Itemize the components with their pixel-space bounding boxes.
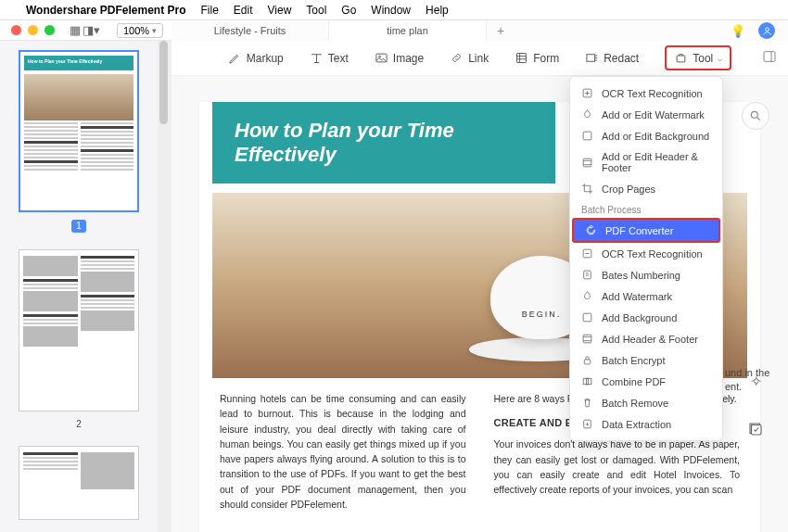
dd-add-edit-watermark[interactable]: Add or Edit Watermark: [570, 104, 722, 125]
markup-label: Markup: [247, 52, 284, 65]
thumb-banner: How to Plan your Time Effectively: [24, 56, 133, 70]
form-tool[interactable]: Form: [515, 51, 559, 65]
redact-label: Redact: [604, 52, 639, 65]
dd-add-edit-background[interactable]: Add or Edit Background: [570, 125, 722, 146]
tool-label: Tool: [693, 52, 713, 65]
markup-tool[interactable]: Markup: [228, 51, 284, 65]
thumb-hero-image: [24, 74, 133, 120]
chevron-down-icon: ▾: [152, 26, 157, 35]
svg-rect-13: [584, 271, 591, 279]
dd-add-watermark[interactable]: Add Watermark: [570, 285, 722, 307]
svg-rect-5: [677, 56, 685, 62]
page-number-2: 2: [11, 419, 146, 429]
sidebar-toggle-icon[interactable]: ◨▾: [83, 23, 100, 37]
menu-window[interactable]: Window: [371, 4, 411, 17]
user-avatar[interactable]: [758, 22, 775, 39]
svg-rect-11: [583, 158, 591, 167]
dd-ocr-text-recognition[interactable]: OCR Text Recognition: [570, 82, 722, 104]
link-label: Link: [468, 52, 489, 65]
link-tool[interactable]: Link: [450, 51, 489, 65]
fullscreen-window-button[interactable]: [44, 25, 55, 35]
menu-file[interactable]: File: [201, 4, 219, 17]
checkbox-stack-icon[interactable]: [745, 419, 766, 439]
lightbulb-icon[interactable]: 💡: [731, 24, 745, 38]
document-tabbar: Lifestyle - Fruits time plan + 💡: [172, 20, 788, 41]
main-toolbar: Markup Text Image Link Form Redact Tool …: [172, 41, 788, 76]
svg-rect-15: [583, 335, 591, 343]
dd-combine-pdf[interactable]: Combine PDF: [570, 371, 722, 392]
tab-lifestyle-fruits[interactable]: Lifestyle - Fruits: [172, 20, 329, 41]
form-label: Form: [533, 52, 559, 65]
tool-dropdown-button[interactable]: Tool ⌵: [665, 45, 731, 70]
redact-tool[interactable]: Redact: [585, 51, 639, 65]
svg-point-7: [751, 111, 757, 118]
dd-bates-numbering[interactable]: Bates Numbering: [570, 264, 722, 285]
menu-view[interactable]: View: [268, 4, 292, 17]
scrollbar-thumb[interactable]: [159, 41, 168, 124]
chevron-down-icon: ⌵: [718, 54, 722, 63]
page-number-1: 1: [71, 220, 86, 233]
dd-add-header-footer[interactable]: Add Header & Footer: [570, 328, 722, 349]
macos-menubar: Wondershare PDFelement Pro File Edit Vie…: [0, 0, 788, 20]
view-mode-toggle[interactable]: ▦ ◨▾: [70, 23, 100, 37]
svg-rect-14: [583, 313, 591, 322]
svg-rect-18: [586, 378, 591, 385]
dd-batch-encrypt[interactable]: Batch Encrypt: [570, 349, 722, 371]
sidebar-scrollbar[interactable]: [158, 41, 171, 532]
dd-crop-pages[interactable]: Crop Pages: [570, 178, 722, 199]
dd-batch-ocr[interactable]: OCR Text Recognition: [570, 243, 722, 264]
svg-rect-3: [517, 54, 527, 63]
svg-rect-16: [584, 360, 591, 364]
menu-help[interactable]: Help: [426, 4, 449, 17]
col2-body: Your invoices don't always have to be in…: [494, 437, 741, 497]
menu-edit[interactable]: Edit: [234, 4, 253, 17]
page-thumbnail-1[interactable]: How to Plan your Time Effectively: [19, 50, 139, 212]
text-label: Text: [328, 52, 349, 65]
svg-rect-17: [583, 378, 588, 385]
svg-point-0: [765, 27, 769, 31]
image-tool[interactable]: Image: [375, 51, 424, 65]
svg-rect-10: [583, 132, 591, 140]
right-text-fragment: und in the ent.: [725, 366, 781, 395]
svg-rect-4: [587, 55, 595, 62]
panel-toggle-icon[interactable]: [762, 49, 777, 68]
close-window-button[interactable]: [11, 25, 21, 35]
search-button[interactable]: [742, 102, 769, 130]
thumbnail-sidebar: How to Plan your Time Effectively 1 2: [0, 41, 158, 532]
dd-data-extraction[interactable]: Data Extraction: [570, 413, 722, 435]
text-tool[interactable]: Text: [310, 51, 349, 65]
dd-add-edit-header-footer[interactable]: Add or Edit Header & Footer: [570, 146, 722, 178]
image-label: Image: [393, 52, 424, 65]
grid-view-icon[interactable]: ▦: [70, 23, 81, 37]
tab-time-plan[interactable]: time plan: [329, 20, 487, 41]
dd-section-label: Batch Process: [570, 199, 722, 218]
menu-tool[interactable]: Tool: [306, 4, 326, 17]
document-title-banner: How to Plan your Time Effectively: [212, 102, 555, 184]
menu-go[interactable]: Go: [341, 4, 356, 17]
page-thumbnail-3[interactable]: [19, 446, 139, 520]
add-tab-button[interactable]: +: [487, 23, 515, 38]
app-name[interactable]: Wondershare PDFelement Pro: [26, 4, 186, 17]
svg-rect-6: [764, 51, 775, 61]
minimize-window-button[interactable]: [28, 25, 38, 35]
dd-batch-remove[interactable]: Batch Remove: [570, 392, 722, 413]
traffic-lights: [11, 25, 55, 35]
zoom-value: 100%: [123, 25, 149, 36]
zoom-selector[interactable]: 100% ▾: [117, 23, 163, 38]
page-thumbnail-2[interactable]: [19, 249, 139, 412]
dd-pdf-converter[interactable]: PDF Converter: [572, 218, 720, 243]
body-column-1: Running hotels can be time consuming and…: [220, 391, 466, 512]
dd-add-background[interactable]: Add Background: [570, 307, 722, 328]
tool-dropdown-menu: OCR Text Recognition Add or Edit Waterma…: [569, 76, 723, 441]
